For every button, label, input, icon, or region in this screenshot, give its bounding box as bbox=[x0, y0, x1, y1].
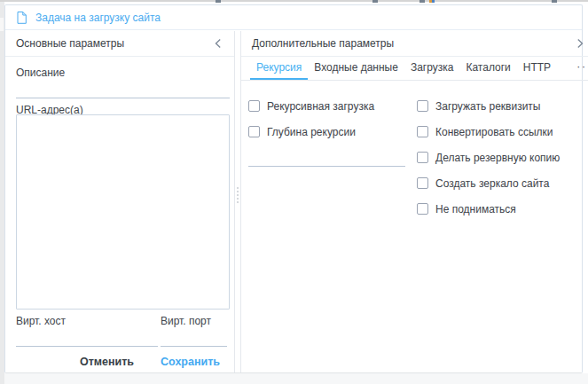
description-input[interactable] bbox=[16, 82, 230, 98]
additional-parameters-header: Дополнительные параметры bbox=[241, 31, 588, 57]
dialog-body: Основные параметры Описание URL-адрес(а)… bbox=[5, 31, 582, 372]
collapse-panel-icon[interactable] bbox=[215, 38, 222, 49]
background-fragment bbox=[419, 0, 425, 3]
checkbox[interactable] bbox=[417, 152, 428, 163]
no-parent-checkbox-row[interactable]: Не подниматься bbox=[417, 196, 560, 222]
main-parameters-panel: Основные параметры Описание URL-адрес(а)… bbox=[5, 31, 235, 372]
virtual-port-label: Вирт. порт bbox=[161, 315, 211, 327]
checkbox[interactable] bbox=[417, 177, 428, 189]
background-left-notch bbox=[0, 18, 4, 31]
checkbox[interactable] bbox=[248, 126, 260, 137]
virtual-port-input[interactable] bbox=[161, 331, 227, 347]
recursion-options-left-column: Рекурсивная загрузка Глубина рекурсии bbox=[248, 93, 374, 145]
background-fragment bbox=[432, 0, 435, 3]
description-label: Описание bbox=[16, 67, 65, 79]
site-mirror-checkbox-row[interactable]: Создать зеркало сайта bbox=[417, 170, 560, 196]
checkbox[interactable] bbox=[417, 100, 428, 112]
virtual-host-input[interactable] bbox=[16, 331, 158, 347]
main-parameters-title: Основные параметры bbox=[16, 37, 124, 50]
expand-panel-icon[interactable] bbox=[576, 38, 584, 49]
virtual-host-label: Вирт. хост bbox=[16, 315, 66, 327]
checkbox-label: Глубина рекурсии bbox=[267, 126, 356, 138]
url-textarea[interactable] bbox=[16, 114, 230, 310]
save-button[interactable]: Сохранить bbox=[161, 356, 220, 368]
document-icon bbox=[17, 12, 27, 24]
checkbox-label: Загружать реквизиты bbox=[435, 100, 541, 113]
checkbox[interactable] bbox=[417, 203, 428, 215]
checkbox-label: Рекурсивная загрузка bbox=[267, 100, 374, 113]
checkbox-label: Делать резервную копию bbox=[435, 152, 560, 164]
tab-input-data[interactable]: Входные данные bbox=[308, 57, 404, 80]
recursion-depth-checkbox-row[interactable]: Глубина рекурсии bbox=[248, 119, 374, 145]
checkbox-label: Не подниматься bbox=[435, 203, 516, 216]
checkbox-label: Конвертировать ссылки bbox=[435, 126, 553, 138]
more-tabs-icon[interactable]: ··· bbox=[573, 57, 588, 80]
download-requisites-checkbox-row[interactable]: Загружать реквизиты bbox=[417, 93, 560, 119]
parameters-tabbar: Рекурсия Входные данные Загрузка Каталог… bbox=[241, 57, 588, 81]
site-download-task-dialog: Задача на загрузку сайта Основные параме… bbox=[4, 4, 583, 373]
dialog-title: Задача на загрузку сайта bbox=[35, 12, 161, 24]
cancel-button[interactable]: Отменить bbox=[80, 356, 134, 368]
dialog-titlebar: Задача на загрузку сайта bbox=[5, 5, 582, 30]
recursion-options-right-column: Загружать реквизиты Конвертировать ссылк… bbox=[417, 93, 560, 222]
recursion-depth-input[interactable] bbox=[248, 151, 405, 167]
tab-recursion[interactable]: Рекурсия bbox=[250, 57, 308, 80]
checkbox[interactable] bbox=[417, 126, 428, 137]
additional-parameters-panel: Дополнительные параметры Рекурсия Входны… bbox=[240, 31, 588, 372]
tab-directories[interactable]: Каталоги bbox=[459, 57, 516, 80]
background-fragment bbox=[372, 0, 378, 3]
backup-copy-checkbox-row[interactable]: Делать резервную копию bbox=[417, 145, 560, 170]
background-fragment bbox=[552, 0, 557, 3]
background-page-edge bbox=[0, 0, 588, 2]
background-fragment bbox=[216, 0, 221, 3]
additional-parameters-title: Дополнительные параметры bbox=[252, 37, 394, 50]
background-bottom-strip bbox=[4, 373, 588, 384]
checkbox[interactable] bbox=[248, 100, 260, 112]
dialog-actions: Отменить Сохранить bbox=[80, 356, 220, 368]
recursive-download-checkbox-row[interactable]: Рекурсивная загрузка bbox=[248, 93, 374, 119]
splitter-grip-icon bbox=[237, 187, 239, 203]
tab-download[interactable]: Загрузка bbox=[404, 57, 460, 80]
main-parameters-header: Основные параметры bbox=[5, 31, 234, 57]
checkbox-label: Создать зеркало сайта bbox=[435, 177, 549, 190]
convert-links-checkbox-row[interactable]: Конвертировать ссылки bbox=[417, 119, 560, 145]
tab-http[interactable]: HTTP bbox=[517, 57, 557, 80]
